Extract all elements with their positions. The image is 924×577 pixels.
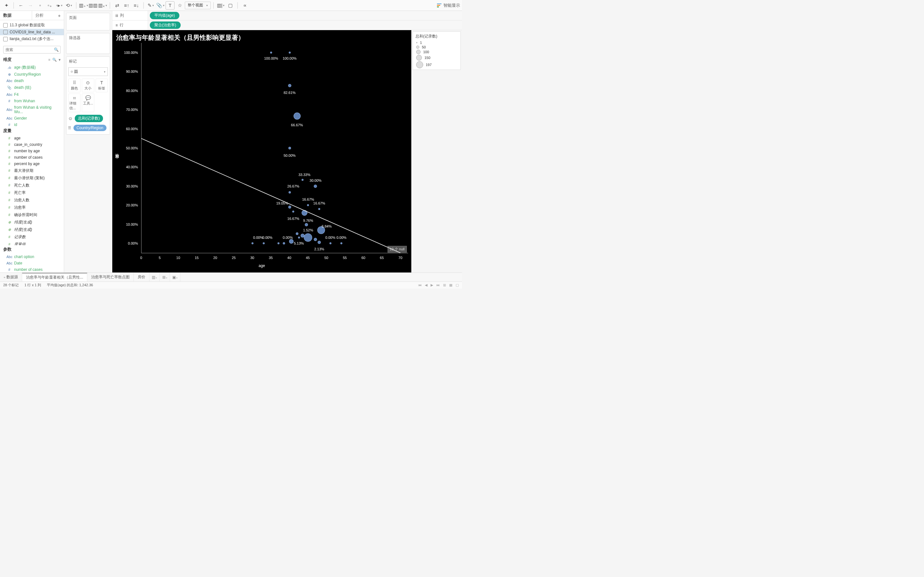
data-point[interactable] [283, 242, 285, 245]
sort-asc-icon[interactable]: ≡↑ [122, 1, 131, 10]
field-item[interactable]: #number by age [0, 148, 64, 154]
data-point[interactable] [305, 223, 308, 226]
data-point[interactable] [302, 210, 307, 216]
mark-label[interactable]: T标签 [95, 79, 108, 92]
data-point[interactable] [292, 211, 294, 213]
view-single-icon[interactable]: ▢ [456, 283, 459, 287]
new-dashboard-icon[interactable]: ⊞₊ [160, 273, 170, 282]
field-item[interactable]: AbcF4 [0, 91, 64, 98]
datasource-item[interactable]: lianjia_data1.txt (多个连... [0, 35, 64, 43]
field-item[interactable]: #治愈人数 [0, 197, 64, 204]
menu-icon[interactable]: ▾ [59, 58, 61, 62]
duplicate-icon[interactable]: ▥▥ [89, 1, 97, 10]
data-point[interactable] [341, 242, 342, 244]
show-me-button[interactable]: 智能显示 [437, 3, 460, 8]
data-point[interactable] [314, 238, 317, 241]
data-point[interactable] [288, 84, 291, 87]
share-icon[interactable]: ∝ [240, 1, 249, 10]
forward-icon[interactable]: → [26, 1, 35, 10]
find-icon[interactable]: 🔍 [52, 58, 57, 62]
datasource-item[interactable]: COVID19_line_list_data ... [0, 29, 64, 35]
field-item[interactable]: #确诊所需时间 [0, 211, 64, 219]
new-sheet-icon[interactable]: ▥₊ [150, 273, 160, 282]
data-point[interactable] [302, 179, 304, 181]
field-item[interactable]: AbcDate [0, 260, 64, 266]
null-indicator[interactable]: 10 个 null [388, 246, 407, 253]
field-item[interactable]: #治愈率 [0, 204, 64, 211]
list-view-icon[interactable]: ≡ [48, 58, 50, 62]
presentation-icon[interactable]: ▢ [226, 1, 235, 10]
field-item[interactable]: Abcfrom Wuhan & visiting Wu... [0, 104, 64, 115]
field-item[interactable]: #from Wuhan [0, 98, 64, 104]
data-point[interactable] [263, 242, 265, 244]
field-item[interactable]: #死亡人数 [0, 182, 64, 189]
datasource-tab[interactable]: ▫数据源 [0, 273, 22, 282]
field-item[interactable]: ⊕纬度(生成) [0, 219, 64, 226]
data-point[interactable] [318, 241, 321, 244]
data-point[interactable] [252, 242, 254, 244]
pages-card[interactable]: 页面 [66, 13, 110, 31]
refresh-icon[interactable]: ⟲ [65, 1, 73, 10]
datasource-item[interactable]: 11.3 global 数据提取 [0, 21, 64, 29]
data-point[interactable] [294, 113, 300, 119]
mark-type-dropdown[interactable]: ○ 圆▾ [68, 67, 108, 76]
tab-data[interactable]: 数据 [0, 11, 32, 20]
field-item[interactable]: .ılıage (数据桶) [0, 64, 64, 71]
view-grid-icon[interactable]: ⊞ [443, 283, 446, 287]
nav-next-icon[interactable]: ▶ [431, 283, 433, 287]
highlight-icon[interactable]: ✎ [146, 1, 155, 10]
sheet-tab[interactable]: 治愈率与死亡率散点图 [87, 273, 134, 282]
field-item[interactable]: ⊕经度(生成) [0, 226, 64, 234]
sheet-tab[interactable]: 房价 [134, 273, 150, 282]
sheet-tab[interactable]: 治愈率与年龄显著相关（且男性... [22, 273, 87, 282]
data-point[interactable] [304, 234, 312, 242]
back-icon[interactable]: ← [16, 1, 25, 10]
data-point[interactable] [288, 147, 291, 149]
data-point[interactable] [318, 208, 320, 210]
field-item[interactable]: #最小潜伏期 (复制) [0, 174, 64, 182]
size-pill[interactable]: 总和(记录数) [75, 115, 103, 122]
nav-first-icon[interactable]: ⏮ [418, 283, 422, 287]
data-point[interactable] [298, 237, 300, 239]
field-item[interactable]: Abcdeath [0, 77, 64, 84]
columns-shelf[interactable]: iii列 平均值(age) [112, 11, 462, 21]
nav-last-icon[interactable]: ⏭ [436, 283, 440, 287]
field-item[interactable]: #id [0, 121, 64, 126]
mark-size[interactable]: ⊙大小 [82, 79, 94, 92]
show-cards-icon[interactable]: ▥| [216, 1, 225, 10]
data-point[interactable] [307, 204, 309, 206]
field-item[interactable]: #number of cases [0, 266, 64, 272]
field-item[interactable]: #number of cases [0, 154, 64, 161]
search-input[interactable] [3, 46, 61, 53]
swap-icon[interactable]: ⇄ [113, 1, 121, 10]
color-pill[interactable]: Country/Region [73, 125, 107, 131]
field-item[interactable]: AbcGender [0, 115, 64, 121]
new-story-icon[interactable]: ▣₊ [170, 273, 180, 282]
mark-tooltip[interactable]: 💬工具... [82, 93, 94, 112]
data-point[interactable] [278, 242, 279, 244]
field-item[interactable]: ⊕Country/Region [0, 71, 64, 77]
data-point[interactable] [288, 191, 291, 193]
field-item[interactable]: #age [0, 135, 64, 141]
tableau-logo-icon[interactable]: ✦ [2, 1, 11, 10]
fit-dropdown[interactable]: 整个视图 [185, 2, 211, 9]
field-item[interactable]: #最大潜伏期 [0, 167, 64, 174]
data-point[interactable] [296, 232, 298, 235]
size-legend[interactable]: 总和(记录数) 150100150197 [413, 31, 461, 70]
rows-pill[interactable]: 聚合(治愈率) [150, 21, 181, 29]
field-item[interactable]: #度量值 [0, 241, 64, 245]
mark-detail[interactable]: ⠶详细信... [68, 93, 81, 112]
new-worksheet-icon[interactable]: ▥₊ [79, 1, 88, 10]
save-icon[interactable]: ▫ [36, 1, 45, 10]
labels-icon[interactable]: T [166, 1, 174, 10]
pause-updates-icon[interactable]: ▫▸ [55, 1, 64, 10]
view-grid2-icon[interactable]: ▦ [449, 283, 452, 287]
data-point[interactable] [270, 52, 272, 53]
field-item[interactable]: #死亡率 [0, 189, 64, 197]
data-point[interactable] [288, 205, 291, 208]
nav-prev-icon[interactable]: ◀ [425, 283, 427, 287]
field-item[interactable]: Abcchart option [0, 253, 64, 260]
data-point[interactable] [289, 239, 294, 243]
field-item[interactable]: #case_in_country [0, 141, 64, 148]
clear-icon[interactable]: ▥ₓ [98, 1, 107, 10]
